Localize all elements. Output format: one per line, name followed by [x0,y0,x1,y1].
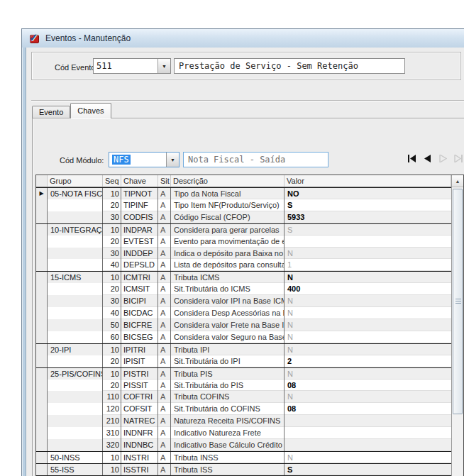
cell-valor[interactable]: 1 [285,259,451,271]
cell-sit[interactable]: A [158,224,171,236]
cell-seq[interactable]: 30 [103,211,121,223]
cell-sit[interactable]: A [158,248,171,260]
cell-descricao[interactable]: Lista de depósitos para consultar saldo [171,259,285,271]
cell-seq[interactable]: 60 [103,331,121,343]
cell-sit[interactable]: A [158,344,171,355]
table-row[interactable]: 10-INTEGRAÇÃO 10 INDPAR A Considera para… [36,223,451,236]
cell-sit[interactable]: A [158,415,171,427]
cell-grupo[interactable]: 15-ICMS [48,272,103,283]
cell-valor[interactable]: N [285,248,451,260]
table-row[interactable]: 30 BICIPI A Considera valor IPI na Base … [36,295,451,307]
cell-grupo[interactable] [48,295,103,307]
cell-grupo[interactable]: 50-INSS [48,452,103,463]
cell-descricao[interactable]: Considera Desp Acessórias na Base ICMS [171,307,285,319]
cell-valor[interactable]: N [285,307,451,319]
cell-valor[interactable]: N [285,452,451,463]
table-row[interactable]: 25-PIS/COFINS 10 PISTRI A Tributa PIS N [36,367,451,380]
cell-descricao[interactable]: Sit.Tributária do PIS [171,380,285,392]
cell-sit[interactable]: A [158,259,171,271]
cell-seq[interactable]: 30 [103,248,121,260]
cell-valor[interactable]: 08 [285,380,451,392]
cell-chave[interactable]: INSTRI [121,452,158,463]
cell-chave[interactable]: BICFRE [121,319,158,331]
cell-valor[interactable]: N [285,344,451,355]
cell-descricao[interactable]: Sit.Tributária do ICMS [171,283,285,295]
cell-valor[interactable]: N [285,272,451,283]
cod-evento-value[interactable]: 511 [94,61,158,71]
cell-grupo[interactable] [48,319,103,331]
cell-sit[interactable]: A [158,452,171,463]
table-row[interactable]: 320 INDNBC A Indicativo Base Cálculo Cré… [36,439,451,451]
cell-descricao[interactable]: Tributa INSS [171,452,285,463]
grid-vertical-scrollbar[interactable]: ▲ [451,175,463,476]
cell-seq[interactable]: 10 [103,188,121,199]
cell-grupo[interactable] [48,248,103,260]
cell-descricao[interactable]: Sit.Tributária do COFINS [171,403,285,415]
cell-descricao[interactable]: Tributa COFINS [171,391,285,403]
cell-valor[interactable] [285,439,451,451]
cell-valor[interactable]: 2 [285,355,451,367]
cell-descricao[interactable]: Considera valor Frete na Base ICMS [171,319,285,331]
cell-seq[interactable]: 30 [103,295,121,307]
grid-header-grupo[interactable]: Grupo [48,175,103,187]
cell-sit[interactable]: A [158,319,171,331]
cell-seq[interactable]: 40 [103,307,121,319]
cell-seq[interactable]: 320 [103,439,121,451]
cell-descricao[interactable]: Tributa IPI [171,344,285,355]
scroll-up-icon[interactable]: ▲ [452,175,463,187]
cell-valor[interactable] [285,427,451,439]
table-row[interactable]: 210 NATREC A Natureza Receita PIS/COFINS [36,415,451,427]
cell-descricao[interactable]: Sit.Tributária do IPI [171,355,285,367]
cell-descricao[interactable]: Natureza Receita PIS/COFINS [171,415,285,427]
cell-valor[interactable]: N [285,368,451,380]
cell-grupo[interactable] [48,236,103,248]
nav-first-button[interactable] [407,154,416,163]
cell-chave[interactable]: TIPINF [121,199,158,211]
cell-seq[interactable]: 10 [103,224,121,236]
cell-descricao[interactable]: Considera para gerar parcelas [171,224,285,236]
cell-seq[interactable]: 10 [103,368,121,380]
cell-descricao[interactable]: Indica o depósito para Baixa no Estoque [171,248,285,260]
table-row[interactable]: 50 BICFRE A Considera valor Frete na Bas… [36,319,451,331]
cell-chave[interactable]: PISSIT [121,380,158,392]
cell-chave[interactable]: BICIPI [121,295,158,307]
cell-grupo[interactable] [48,355,103,367]
cell-chave[interactable]: IPISIT [121,355,158,367]
scrollbar-thumb[interactable] [453,189,463,414]
cell-valor[interactable] [285,415,451,427]
table-row[interactable]: 15-ICMS 10 ICMTRI A Tributa ICMS N [36,271,451,283]
tab-evento[interactable]: Evento [32,106,70,118]
cell-seq[interactable]: 110 [103,391,121,403]
cell-grupo[interactable] [48,415,103,427]
cell-grupo[interactable] [48,307,103,319]
cell-descricao[interactable]: Tributa PIS [171,368,285,380]
cell-grupo[interactable] [48,391,103,403]
cell-valor[interactable]: S [285,199,451,211]
cell-seq[interactable]: 210 [103,415,121,427]
cell-descricao[interactable]: Indicativo Base Cálculo Crédito [171,439,285,451]
cell-sit[interactable]: A [158,368,171,380]
nav-prior-button[interactable] [423,154,432,163]
cod-modulo-value[interactable]: NFS [109,155,166,165]
table-row[interactable]: 20 TIPINF A Tipo Item NF(Produto/Serviço… [36,199,451,211]
cell-chave[interactable]: COFSIT [121,403,158,415]
cell-valor[interactable]: 400 [285,283,451,295]
cell-chave[interactable]: BICSEG [121,331,158,343]
modulo-description-field[interactable]: Nota Fiscal - Saída [183,152,328,167]
table-row[interactable]: 40 DEPSLD A Lista de depósitos para cons… [36,259,451,271]
chevron-down-icon[interactable]: ▼ [166,153,179,167]
table-row[interactable]: 50-INSS 10 INSTRI A Tributa INSS N [36,451,451,463]
cell-sit[interactable]: A [158,272,171,283]
cell-chave[interactable]: ISSTRI [121,464,158,475]
cell-sit[interactable]: A [158,403,171,415]
grid-header-chave[interactable]: Chave [121,175,158,187]
table-row[interactable]: 40 BICDAC A Considera Desp Acessórias na… [36,307,451,319]
cell-descricao[interactable]: Considera valor IPI na Base ICMS [171,295,285,307]
cell-chave[interactable]: INDDEP [121,248,158,260]
cell-chave[interactable]: ICMTRI [121,272,158,283]
cell-descricao[interactable]: Tipo Item NF(Produto/Serviço) [171,199,285,211]
cell-seq[interactable]: 40 [103,259,121,271]
cell-sit[interactable]: A [158,211,171,223]
table-row[interactable]: 310 INDNFR A Indicativo Natureza Frete [36,427,451,439]
cell-chave[interactable]: NATREC [121,415,158,427]
